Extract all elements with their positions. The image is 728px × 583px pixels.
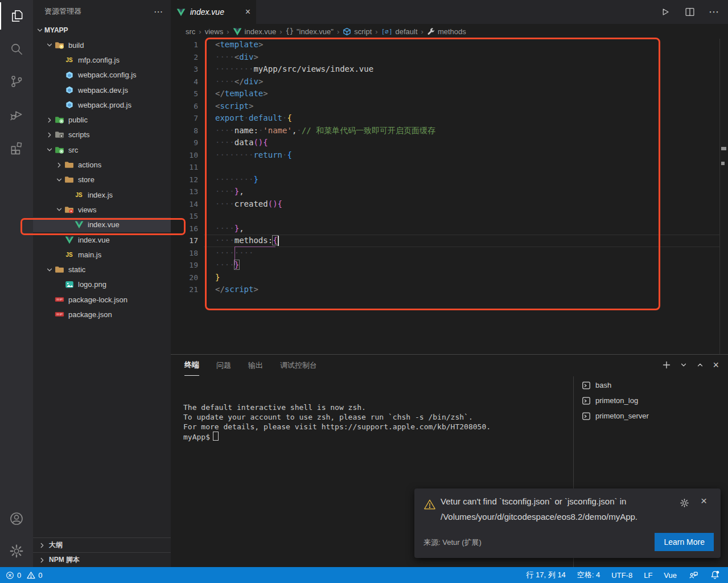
tree-item-package-lock.json[interactable]: package-lock.json [33, 292, 171, 307]
activity-extensions-icon[interactable] [0, 134, 33, 161]
close-panel-icon[interactable]: × [713, 360, 719, 370]
split-editor-icon[interactable] [684, 6, 696, 18]
bell-icon[interactable] [710, 570, 720, 580]
activity-account-icon[interactable] [0, 505, 33, 532]
project-root-row[interactable]: MYAPP [33, 23, 171, 38]
editor-group: index.vue × ⋯ src›views›index.vue›{}"ind… [171, 0, 728, 354]
code-line-11: 11 [171, 161, 720, 174]
tree-item-logo.png[interactable]: logo.png [33, 277, 171, 292]
maximize-panel-icon[interactable] [696, 361, 704, 369]
panel-tab-输出[interactable]: 输出 [248, 355, 263, 376]
activity-settings-icon[interactable] [0, 537, 33, 565]
activity-bar [0, 0, 33, 567]
encoding-setting[interactable]: UTF-8 [611, 571, 632, 580]
code-line-18: 18········ [171, 247, 720, 260]
breadcrumb-item[interactable]: {}"index.vue" [286, 27, 334, 36]
js-icon: JS [64, 250, 75, 259]
tree-item-static[interactable]: static [33, 262, 171, 277]
activity-explorer-icon[interactable] [0, 2, 33, 30]
learn-more-button[interactable]: Learn More [655, 533, 714, 551]
wrench-icon [427, 27, 435, 35]
status-bar: 0 0 行 17, 列 14 空格: 4 UTF-8 LF Vue [0, 567, 728, 583]
breadcrumb-item[interactable]: src [186, 27, 195, 36]
tree-item-label: scripts [68, 130, 90, 139]
close-tab-icon[interactable]: × [245, 7, 250, 17]
sidebar-more-icon[interactable]: ⋯ [154, 6, 163, 17]
section-label: NPM 脚本 [49, 555, 80, 565]
problems-indicator[interactable]: 0 0 [6, 571, 42, 580]
terminal-dropdown-icon[interactable] [680, 361, 688, 369]
more-icon[interactable]: ⋯ [709, 6, 719, 18]
tree-item-views[interactable]: views [33, 202, 171, 217]
code-line-13: 13····}, [171, 186, 720, 198]
tree-item-index.js[interactable]: JSindex.js [33, 187, 171, 202]
panel-tab-终端[interactable]: 终端 [184, 355, 199, 376]
breadcrumb-item[interactable]: index.vue [233, 27, 277, 36]
code-line-4: 4····</div> [171, 76, 720, 88]
chevron-right-icon [45, 116, 54, 124]
line-number: 1 [171, 39, 198, 51]
tree-item-actions[interactable]: actions [33, 157, 171, 172]
breadcrumb-item[interactable]: views [205, 27, 224, 36]
activity-run-debug-icon[interactable] [0, 101, 33, 128]
activity-search-icon[interactable] [0, 35, 33, 63]
gear-icon[interactable] [679, 498, 690, 508]
terminal-instance-primeton_server[interactable]: primeton_server [578, 408, 726, 424]
new-terminal-icon[interactable] [662, 360, 671, 369]
tree-item-package.json[interactable]: package.json [33, 307, 171, 322]
terminal-icon [582, 381, 591, 390]
code-line-1: 1<template> [171, 39, 720, 51]
module-icon [343, 27, 351, 36]
tree-item-main.js[interactable]: JSmain.js [33, 247, 171, 262]
folder-icon [54, 116, 65, 125]
code-line-20: 20} [171, 272, 720, 284]
terminal-icon [582, 412, 591, 421]
eol-setting[interactable]: LF [644, 571, 652, 580]
panel-tab-问题[interactable]: 问题 [216, 355, 231, 376]
tab-index-vue[interactable]: index.vue × [171, 0, 256, 24]
tree-item-label: public [68, 116, 88, 124]
cursor-position[interactable]: 行 17, 列 14 [526, 570, 565, 580]
tree-item-webpack.dev.js[interactable]: webpack.dev.js [33, 83, 171, 97]
tree-item-mfp.config.js[interactable]: JSmfp.config.js [33, 52, 171, 67]
tree-item-index.vue[interactable]: index.vue [33, 232, 171, 247]
code-line-6: 6<script> [171, 100, 720, 113]
chevron-down-icon [55, 206, 64, 214]
breadcrumb-item[interactable]: methods [427, 27, 466, 36]
line-number: 18 [171, 247, 198, 260]
terminal-instance-primeton_log[interactable]: primeton_log [578, 393, 726, 408]
breadcrumb-item[interactable]: script [343, 27, 372, 36]
close-notification-icon[interactable]: × [701, 495, 707, 507]
error-circle-icon [6, 571, 14, 580]
sidebar-section-大纲[interactable]: 大纲 [33, 537, 171, 552]
breadcrumb-label: methods [438, 27, 466, 36]
sidebar-section-NPM 脚本[interactable]: NPM 脚本 [33, 552, 171, 567]
activity-source-control-icon[interactable] [0, 68, 33, 95]
minimap[interactable] [719, 39, 728, 354]
tree-item-label: main.js [78, 251, 101, 259]
tree-item-src[interactable]: src [33, 142, 171, 157]
tree-item-public[interactable]: public [33, 112, 171, 127]
breadcrumb-label: default [396, 27, 418, 36]
code-area[interactable]: 1<template>2····<div>3········myApp/src/… [171, 39, 720, 354]
tree-item-index.vue[interactable]: index.vue [33, 217, 171, 232]
terminal-prompt[interactable]: myApp$ [183, 432, 491, 442]
terminal-output[interactable]: The default interactive shell is now zsh… [183, 403, 491, 442]
panel-tab-调试控制台[interactable]: 调试控制台 [280, 355, 317, 376]
tree-item-scripts[interactable]: scripts [33, 128, 171, 142]
breadcrumb-item[interactable]: [∅]default [381, 27, 418, 36]
tree-item-store[interactable]: store [33, 173, 171, 187]
line-number: 10 [171, 149, 198, 162]
code-line-15: 15 [171, 210, 720, 223]
tree-item-webpack.prod.js[interactable]: webpack.prod.js [33, 97, 171, 112]
terminal-instance-bash[interactable]: bash [578, 377, 726, 393]
js-icon: JS [64, 55, 75, 64]
tree-item-build[interactable]: build [33, 38, 171, 52]
sidebar-header: 资源管理器 ⋯ [33, 0, 171, 23]
run-icon[interactable] [659, 6, 671, 18]
language-mode[interactable]: Vue [664, 571, 677, 580]
tree-item-webpack.config.js[interactable]: webpack.config.js [33, 68, 171, 83]
feedback-icon[interactable] [688, 570, 698, 580]
indentation-setting[interactable]: 空格: 4 [577, 570, 600, 580]
breadcrumb-label: script [354, 27, 372, 36]
